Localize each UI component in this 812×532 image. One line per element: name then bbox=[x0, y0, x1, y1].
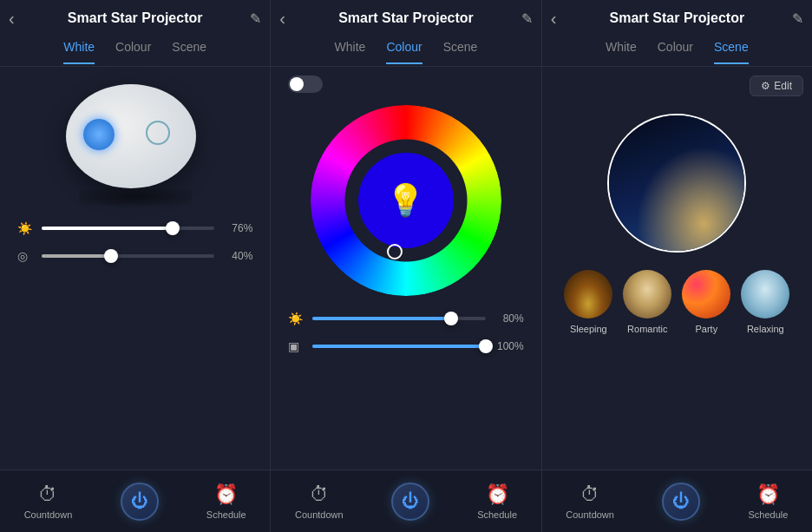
schedule-label-2: Schedule bbox=[477, 509, 517, 520]
brightness2-slider-row: ☀️ 80% bbox=[279, 312, 532, 325]
schedule-label-1: Schedule bbox=[206, 509, 246, 520]
countdown-btn-3[interactable]: ⏱ Countdown bbox=[566, 483, 614, 520]
tab-scene-2[interactable]: Scene bbox=[443, 40, 478, 59]
bulb-icon: 💡 bbox=[386, 182, 425, 219]
device-illustration bbox=[66, 84, 205, 206]
scene-label-sleeping: Sleeping bbox=[570, 324, 607, 334]
colour-cursor[interactable] bbox=[387, 244, 403, 259]
scene-thumb-relaxing bbox=[741, 270, 789, 319]
tab-colour-3[interactable]: Colour bbox=[658, 40, 693, 59]
colour-wheel[interactable]: 💡 bbox=[311, 105, 501, 296]
panel-colour: ‹ Smart Star Projector ✎ White Colour Sc… bbox=[271, 0, 541, 470]
schedule-icon-2: ⏰ bbox=[486, 483, 509, 506]
scene-preview-inner bbox=[609, 115, 744, 251]
bottom-bars: ⏱ Countdown ⏻ ⏰ Schedule ⏱ Countdown ⏻ ⏰… bbox=[0, 470, 812, 532]
device-shadow bbox=[79, 188, 192, 206]
device-body bbox=[66, 84, 196, 188]
panel1-edit-icon[interactable]: ✎ bbox=[250, 10, 261, 27]
tab-colour-1[interactable]: Colour bbox=[115, 40, 151, 59]
colortemp-value: 40% bbox=[221, 250, 252, 262]
countdown-icon-1: ⏱ bbox=[38, 483, 57, 506]
power-btn-2[interactable]: ⏻ bbox=[391, 483, 429, 521]
brightness2-value: 80% bbox=[493, 312, 524, 325]
power-icon-2: ⏻ bbox=[402, 491, 419, 511]
edit-sliders-icon: ⚙ bbox=[761, 80, 770, 92]
colortemp-fill bbox=[42, 254, 111, 258]
schedule-icon-3: ⏰ bbox=[756, 483, 780, 506]
power-icon-3: ⏻ bbox=[672, 491, 690, 511]
schedule-icon-1: ⏰ bbox=[214, 483, 238, 506]
scene-grid: Sleeping Romantic Party Relaxing bbox=[564, 270, 789, 334]
schedule-btn-2[interactable]: ⏰ Schedule bbox=[477, 483, 517, 520]
schedule-btn-3[interactable]: ⏰ Schedule bbox=[748, 483, 788, 520]
tab-white-3[interactable]: White bbox=[606, 40, 637, 59]
device-button bbox=[146, 121, 170, 145]
panel2-content: 💡 ☀️ 80% ▣ 100% bbox=[271, 67, 540, 470]
scene-label-party: Party bbox=[695, 324, 717, 334]
panel2-header: ‹ Smart Star Projector ✎ bbox=[271, 0, 540, 36]
colortemp-track[interactable] bbox=[42, 254, 214, 258]
extra-icon: ▣ bbox=[288, 339, 305, 353]
panel-white: ‹ Smart Star Projector ✎ White Colour Sc… bbox=[0, 0, 271, 470]
tab-white-1[interactable]: White bbox=[63, 40, 95, 59]
brightness2-thumb[interactable] bbox=[444, 312, 458, 325]
scene-label-relaxing: Relaxing bbox=[747, 324, 784, 334]
scene-item-sleeping[interactable]: Sleeping bbox=[564, 270, 612, 334]
schedule-label-3: Schedule bbox=[748, 509, 788, 520]
panel3-edit-icon[interactable]: ✎ bbox=[792, 10, 803, 27]
tab-scene-1[interactable]: Scene bbox=[172, 40, 206, 59]
panel1-back-btn[interactable]: ‹ bbox=[9, 9, 15, 29]
edit-button[interactable]: ⚙ Edit bbox=[750, 76, 803, 96]
device-lens bbox=[83, 119, 115, 150]
panel2-title: Smart Star Projector bbox=[338, 10, 474, 26]
panel1-title: Smart Star Projector bbox=[68, 10, 203, 26]
panel2-edit-icon[interactable]: ✎ bbox=[521, 10, 533, 27]
colortemp-thumb[interactable] bbox=[104, 249, 118, 263]
brightness-fill bbox=[42, 227, 173, 230]
bottom-panel-1: ⏱ Countdown ⏻ ⏰ Schedule bbox=[0, 470, 271, 532]
scene-thumb-sleeping bbox=[564, 270, 612, 319]
tab-white-2[interactable]: White bbox=[335, 40, 366, 59]
countdown-label-2: Countdown bbox=[295, 509, 344, 520]
brightness-track[interactable] bbox=[42, 227, 214, 230]
extra-track[interactable] bbox=[312, 345, 485, 348]
panel2-toggle-knob bbox=[290, 77, 304, 91]
panel2-toggle-area bbox=[279, 76, 323, 93]
countdown-icon-2: ⏱ bbox=[310, 483, 329, 506]
tab-colour-2[interactable]: Colour bbox=[386, 40, 422, 59]
colortemp-slider-row: ◎ 40% bbox=[9, 249, 261, 263]
brightness-slider-row: ☀️ 76% bbox=[9, 221, 261, 235]
extra-thumb[interactable] bbox=[479, 339, 493, 353]
schedule-btn-1[interactable]: ⏰ Schedule bbox=[206, 483, 246, 520]
brightness-thumb[interactable] bbox=[166, 221, 180, 235]
tab-scene-3[interactable]: Scene bbox=[714, 40, 749, 59]
scene-thumb-party bbox=[682, 270, 730, 319]
extra-slider-row: ▣ 100% bbox=[279, 339, 532, 353]
brightness2-track[interactable] bbox=[312, 317, 485, 320]
panel3-tabs: White Colour Scene bbox=[542, 36, 812, 67]
scene-item-party[interactable]: Party bbox=[682, 270, 730, 334]
panel2-toggle[interactable] bbox=[288, 76, 323, 93]
scene-thumb-romantic bbox=[623, 270, 671, 319]
bottom-panel-2: ⏱ Countdown ⏻ ⏰ Schedule bbox=[271, 470, 541, 532]
panel3-title: Smart Star Projector bbox=[610, 10, 745, 26]
panel3-content: ⚙ Edit Sleeping Romantic Party bbox=[542, 67, 812, 470]
panel1-tabs: White Colour Scene bbox=[0, 36, 270, 67]
edit-label: Edit bbox=[774, 80, 792, 92]
panel1-content: ☀️ 76% ◎ 40% bbox=[0, 67, 270, 470]
panel3-header: ‹ Smart Star Projector ✎ bbox=[542, 0, 812, 36]
panel-scene: ‹ Smart Star Projector ✎ White Colour Sc… bbox=[542, 0, 812, 470]
countdown-icon-3: ⏱ bbox=[580, 483, 599, 506]
bottom-panel-3: ⏱ Countdown ⏻ ⏰ Schedule bbox=[542, 470, 812, 532]
brightness2-icon: ☀️ bbox=[288, 312, 305, 325]
countdown-btn-1[interactable]: ⏱ Countdown bbox=[24, 483, 73, 520]
countdown-btn-2[interactable]: ⏱ Countdown bbox=[295, 483, 344, 520]
colour-center: 💡 bbox=[358, 153, 454, 248]
scene-item-romantic[interactable]: Romantic bbox=[623, 270, 671, 334]
power-btn-3[interactable]: ⏻ bbox=[662, 483, 700, 521]
extra-value: 100% bbox=[493, 340, 524, 352]
scene-item-relaxing[interactable]: Relaxing bbox=[741, 270, 789, 334]
power-btn-1[interactable]: ⏻ bbox=[121, 483, 159, 521]
panel2-back-btn[interactable]: ‹ bbox=[279, 9, 285, 29]
panel3-back-btn[interactable]: ‹ bbox=[551, 9, 557, 29]
